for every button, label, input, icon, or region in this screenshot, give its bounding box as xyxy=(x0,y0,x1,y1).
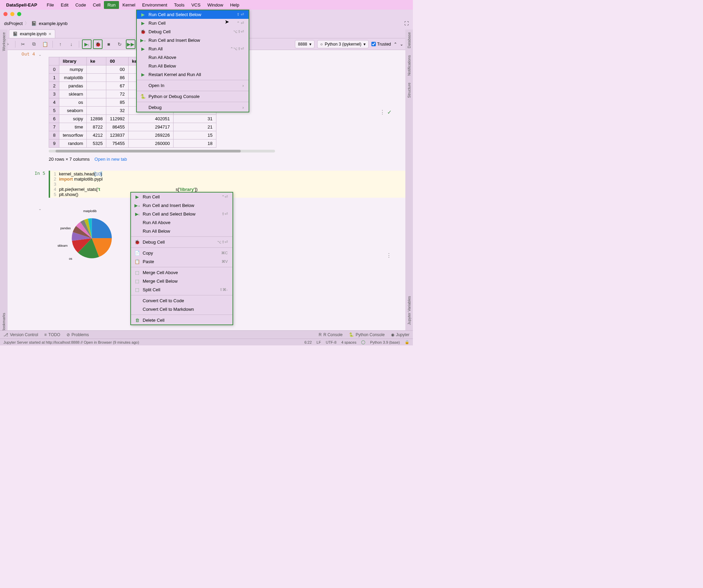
menu-item-label: Run Cell and Insert Below xyxy=(148,38,200,43)
menu-item[interactable]: 📄Copy⌘C xyxy=(131,249,233,257)
menu-item[interactable]: Run All Above xyxy=(137,53,249,62)
menu-item[interactable]: 🐍Python or Debug Console xyxy=(137,92,249,101)
menu-run[interactable]: Run xyxy=(104,1,119,9)
run-all-button[interactable]: ▶▶ xyxy=(126,39,135,49)
menu-kernel[interactable]: Kernel xyxy=(119,1,139,9)
rail-database[interactable]: Database xyxy=(407,32,411,48)
menu-item-icon: ⬚ xyxy=(134,270,140,275)
menu-item-icon: 🐞 xyxy=(134,240,140,245)
menu-item[interactable]: ⬚Merge Cell Below xyxy=(131,277,233,285)
breadcrumb-project[interactable]: dsProject xyxy=(4,21,23,26)
rail-jupyter-variables[interactable]: Jupyter Variables xyxy=(407,296,411,325)
run-cell-button[interactable]: ▶ᵢ xyxy=(82,39,92,49)
status-caret-pos[interactable]: 6:22 xyxy=(305,340,312,344)
move-up-button[interactable]: ↑ xyxy=(56,39,65,49)
menu-item[interactable]: ▶Run Cell⌃ ⏎ xyxy=(137,19,249,27)
menu-item[interactable]: ▶Run All⌃⌥⇧⏎ xyxy=(137,45,249,53)
submenu-arrow-icon: › xyxy=(242,83,244,88)
paste-button[interactable]: 📋 xyxy=(40,39,50,49)
menu-vcs[interactable]: VCS xyxy=(188,1,204,9)
menu-item[interactable]: 🗑Delete Cell xyxy=(131,316,233,324)
rail-bookmarks[interactable]: Bookmarks xyxy=(2,313,6,332)
stop-button[interactable]: ■ xyxy=(104,39,114,49)
menu-file[interactable]: File xyxy=(43,1,57,9)
column-header[interactable]: library xyxy=(59,57,87,65)
expand-icon[interactable]: ⛶ xyxy=(404,21,409,26)
column-header[interactable]: 00 xyxy=(106,57,128,65)
trusted-label: Trusted xyxy=(377,42,391,47)
menu-item[interactable]: Convert Cell to Code xyxy=(131,296,233,305)
restart-button[interactable]: ↻ xyxy=(115,39,124,49)
open-new-tab-link[interactable]: Open in new tab xyxy=(95,157,127,162)
close-icon[interactable]: ✕ xyxy=(48,32,51,36)
menu-item[interactable]: ▶Run Cell⌃⏎ xyxy=(131,193,233,201)
debug-cell-button[interactable]: 🐞 xyxy=(93,39,103,49)
menu-window[interactable]: Window xyxy=(204,1,227,9)
menu-item[interactable]: Debug› xyxy=(137,103,249,112)
status-interpreter[interactable]: Python 3.9 (base) xyxy=(370,340,400,344)
move-down-button[interactable]: ↓ xyxy=(67,39,76,49)
minimize-window-button[interactable] xyxy=(10,12,14,16)
status-encoding[interactable]: UTF-8 xyxy=(326,340,336,344)
tw-jupyter[interactable]: ◉ Jupyter xyxy=(391,332,409,337)
collapse-up-button[interactable]: ⌃ xyxy=(394,42,397,47)
cut-button[interactable]: ✂ xyxy=(18,39,28,49)
rail-structure[interactable]: Structure xyxy=(407,83,411,98)
server-selector[interactable]: 8888 ▾ xyxy=(295,40,314,48)
menu-item[interactable]: ⬚Split Cell⇧⌘- xyxy=(131,285,233,294)
more-icon[interactable]: ⋮ xyxy=(386,252,392,259)
menu-cell[interactable]: Cell xyxy=(90,1,104,9)
menu-item[interactable]: ▶₊Run Cell and Insert Below xyxy=(131,201,233,210)
trusted-checkbox[interactable]: Trusted xyxy=(371,42,391,47)
tw-python-console[interactable]: 🐍 Python Console xyxy=(349,332,385,337)
table-row[interactable]: 7time87228645529471721 xyxy=(49,123,216,131)
tw-todo[interactable]: ≡ TODO xyxy=(44,332,60,337)
menu-code[interactable]: Code xyxy=(72,1,90,9)
status-indent[interactable]: 4 spaces xyxy=(341,340,356,344)
tw-r-console[interactable]: R R Console xyxy=(319,332,343,337)
lock-icon[interactable]: 🔒 xyxy=(405,340,409,344)
kernel-selector[interactable]: ○ Python 3 (ipykernel) ▾ xyxy=(317,40,369,48)
menu-item-label: Copy xyxy=(143,250,153,256)
collapse-down-button[interactable]: ⌄ xyxy=(400,42,403,47)
horizontal-scrollbar[interactable] xyxy=(49,150,275,152)
menu-shortcut: ⌘V xyxy=(222,259,228,264)
trusted-check-input[interactable] xyxy=(371,42,376,46)
menu-item[interactable]: Run All Above xyxy=(131,218,233,227)
tw-problems[interactable]: ⊘ Problems xyxy=(67,332,89,337)
breadcrumb-file[interactable]: example.ipynb xyxy=(39,21,68,26)
menu-item[interactable]: ▶Restart Kernel and Run All xyxy=(137,70,249,79)
maximize-window-button[interactable] xyxy=(17,12,21,16)
tw-version-control[interactable]: ⎇ Version Control xyxy=(3,332,38,337)
menu-item[interactable]: Run All Below xyxy=(137,62,249,70)
column-header[interactable]: ke xyxy=(87,57,106,65)
table-row[interactable]: 6scipy1289811299240205131 xyxy=(49,115,216,123)
menu-tools[interactable]: Tools xyxy=(171,1,188,9)
menu-environment[interactable]: Environment xyxy=(139,1,171,9)
chevron-down-icon[interactable]: ⌄ xyxy=(38,207,41,266)
close-window-button[interactable] xyxy=(3,12,8,16)
menu-item[interactable]: Open In› xyxy=(137,81,249,90)
menu-edit[interactable]: Edit xyxy=(57,1,72,9)
menu-item[interactable]: 🐞Debug Cell⌥⇧⏎ xyxy=(131,238,233,246)
in-label: In 5 xyxy=(35,171,45,198)
column-header[interactable] xyxy=(49,57,59,65)
menu-item[interactable]: ▶₊Run Cell and Insert Below xyxy=(137,36,249,45)
rail-workspace[interactable]: Workspace xyxy=(2,32,6,51)
menu-item[interactable]: ▶ᵢRun Cell and Select Below⇧⏎ xyxy=(131,210,233,218)
chevron-down-icon[interactable]: ⌄ xyxy=(38,52,41,57)
table-row[interactable]: 9random53257545526000018 xyxy=(49,139,216,148)
menu-item[interactable]: ▶Run Cell and Select Below⇧ ⏎ xyxy=(137,10,249,19)
menu-item[interactable]: 📋Paste⌘V xyxy=(131,257,233,266)
menu-item[interactable]: ⬚Merge Cell Above xyxy=(131,268,233,277)
status-eol[interactable]: LF xyxy=(317,340,321,344)
table-row[interactable]: 8tensorflow421212383726922615 xyxy=(49,131,216,139)
copy-button[interactable]: ⧉ xyxy=(29,39,39,49)
file-tab-example[interactable]: 📓 example.ipynb ✕ xyxy=(9,29,55,38)
menu-item[interactable]: Run All Below xyxy=(131,227,233,235)
menu-item[interactable]: Convert Cell to Markdown xyxy=(131,305,233,314)
menu-item-label: Run Cell xyxy=(143,194,160,199)
rail-notifications[interactable]: Notifications xyxy=(407,55,411,76)
menu-help[interactable]: Help xyxy=(227,1,243,9)
menu-item[interactable]: 🐞Debug Cell⌥⇧⏎ xyxy=(137,27,249,36)
